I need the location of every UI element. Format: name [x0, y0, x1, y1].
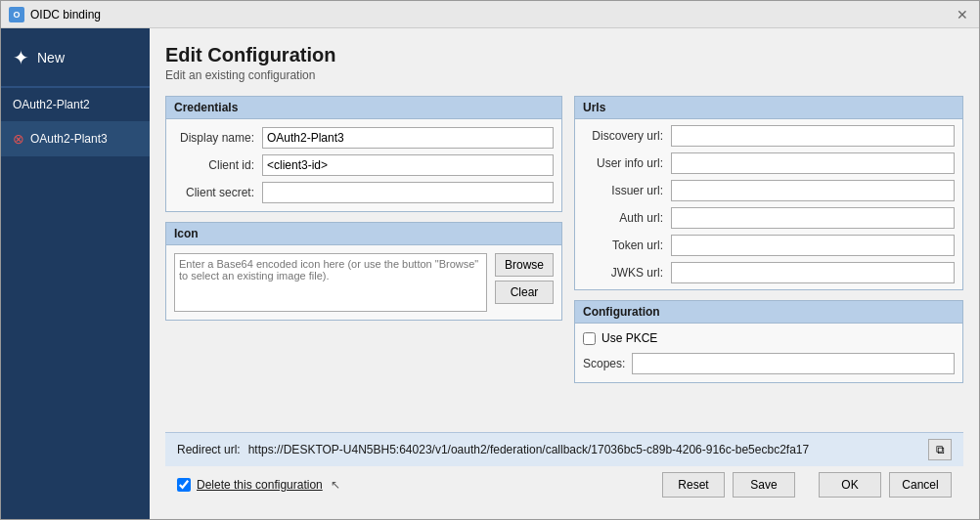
- client-secret-label: Client secret:: [174, 186, 262, 199]
- urls-section: Urls Discovery url: User info url:: [574, 96, 963, 290]
- copy-url-button[interactable]: ⧉: [928, 439, 952, 460]
- user-info-url-label: User info url:: [583, 156, 671, 170]
- auth-url-input[interactable]: [671, 207, 955, 229]
- redirect-url-bar: Redirect url: https://DESKTOP-U4N5BH5:64…: [165, 432, 963, 466]
- delete-label[interactable]: Delete this configuration: [197, 478, 323, 492]
- cursor-icon: ↖: [331, 478, 340, 492]
- credentials-section: Credentials Display name: Client id:: [165, 96, 562, 212]
- close-button[interactable]: ✕: [954, 6, 971, 23]
- scopes-row: Scopes:: [575, 349, 962, 378]
- token-url-input[interactable]: [671, 235, 955, 256]
- redirect-url-value: https://DESKTOP-U4N5BH5:64023/v1/oauth2/…: [248, 443, 924, 456]
- display-name-input[interactable]: [262, 127, 554, 149]
- delete-checkbox[interactable]: [177, 478, 191, 492]
- main-window: O OIDC binding ✕ ✦ New OAuth2-Plant2 ⊗ O…: [0, 0, 980, 520]
- icon-section: Icon Browse Clear: [165, 222, 562, 321]
- client-id-label: Client id:: [174, 158, 262, 172]
- footer-left: Delete this configuration ↖: [177, 478, 340, 492]
- icon-body: Browse Clear: [166, 245, 561, 320]
- page-subtitle: Edit an existing configuration: [165, 68, 963, 82]
- auth-url-label: Auth url:: [583, 211, 671, 225]
- jwks-url-label: JWKS url:: [583, 266, 671, 280]
- sidebar-item-label-plant2: OAuth2-Plant2: [13, 98, 90, 111]
- issuer-url-label: Issuer url:: [583, 184, 671, 197]
- display-name-label: Display name:: [174, 131, 262, 145]
- window-title: OIDC binding: [30, 8, 101, 22]
- sidebar-new-label: New: [37, 50, 65, 65]
- save-button[interactable]: Save: [733, 472, 795, 498]
- use-pkce-label: Use PKCE: [601, 331, 657, 345]
- page-title: Edit Configuration: [165, 44, 963, 66]
- user-info-url-row: User info url:: [583, 152, 955, 174]
- discovery-url-label: Discovery url:: [583, 129, 671, 143]
- credentials-body: Display name: Client id: Client secret:: [166, 119, 561, 211]
- sidebar-new-button[interactable]: ✦ New: [1, 28, 150, 87]
- footer: Delete this configuration ↖ Reset Save O…: [165, 466, 963, 503]
- browse-button[interactable]: Browse: [495, 253, 554, 277]
- jwks-url-row: JWKS url:: [583, 262, 955, 283]
- icon-buttons: Browse Clear: [495, 253, 554, 312]
- title-bar: O OIDC binding ✕: [1, 1, 979, 28]
- client-secret-input[interactable]: [262, 182, 554, 203]
- scopes-label: Scopes:: [583, 357, 632, 370]
- icon-textarea[interactable]: [174, 253, 487, 312]
- config-body: Use PKCE Scopes:: [575, 324, 962, 382]
- ok-button[interactable]: OK: [819, 472, 881, 498]
- use-pkce-checkbox[interactable]: [583, 332, 596, 345]
- config-section: Configuration Use PKCE Scopes:: [574, 300, 963, 383]
- clear-button[interactable]: Clear: [495, 281, 554, 304]
- jwks-url-input[interactable]: [671, 262, 955, 283]
- discovery-url-row: Discovery url:: [583, 125, 955, 147]
- footer-right: Reset Save OK Cancel: [662, 472, 952, 498]
- form-area: Credentials Display name: Client id:: [165, 96, 963, 432]
- client-id-row: Client id:: [174, 154, 554, 176]
- title-bar-left: O OIDC binding: [9, 7, 101, 22]
- display-name-row: Display name:: [174, 127, 554, 149]
- client-id-input[interactable]: [262, 154, 554, 176]
- new-icon: ✦: [13, 46, 29, 69]
- discovery-url-input[interactable]: [671, 125, 955, 147]
- cancel-button[interactable]: Cancel: [889, 472, 952, 498]
- sidebar: ✦ New OAuth2-Plant2 ⊗ OAuth2-Plant3: [1, 28, 150, 519]
- urls-body: Discovery url: User info url: Issuer url…: [575, 119, 962, 289]
- use-pkce-row: Use PKCE: [575, 327, 962, 349]
- issuer-url-input[interactable]: [671, 180, 955, 201]
- app-icon: O: [9, 7, 24, 22]
- redirect-url-label: Redirect url:: [177, 443, 241, 456]
- config-header: Configuration: [575, 301, 962, 324]
- urls-header: Urls: [575, 97, 962, 119]
- issuer-url-row: Issuer url:: [583, 180, 955, 201]
- sidebar-item-label-plant3: OAuth2-Plant3: [30, 132, 108, 146]
- user-info-url-input[interactable]: [671, 152, 955, 174]
- scopes-input[interactable]: [632, 353, 955, 374]
- sidebar-item-oauth2-plant2[interactable]: OAuth2-Plant2: [1, 88, 150, 121]
- token-url-label: Token url:: [583, 238, 671, 252]
- sidebar-item-oauth2-plant3[interactable]: ⊗ OAuth2-Plant3: [1, 121, 150, 156]
- error-icon: ⊗: [13, 131, 24, 147]
- right-column: Urls Discovery url: User info url:: [574, 96, 963, 432]
- main-content: ✦ New OAuth2-Plant2 ⊗ OAuth2-Plant3 Edit…: [1, 28, 979, 519]
- right-panel: Edit Configuration Edit an existing conf…: [150, 28, 979, 519]
- left-column: Credentials Display name: Client id:: [165, 96, 562, 432]
- token-url-row: Token url:: [583, 235, 955, 256]
- reset-button[interactable]: Reset: [662, 472, 725, 498]
- credentials-header: Credentials: [166, 97, 561, 119]
- icon-header: Icon: [166, 223, 561, 245]
- client-secret-row: Client secret:: [174, 182, 554, 203]
- auth-url-row: Auth url:: [583, 207, 955, 229]
